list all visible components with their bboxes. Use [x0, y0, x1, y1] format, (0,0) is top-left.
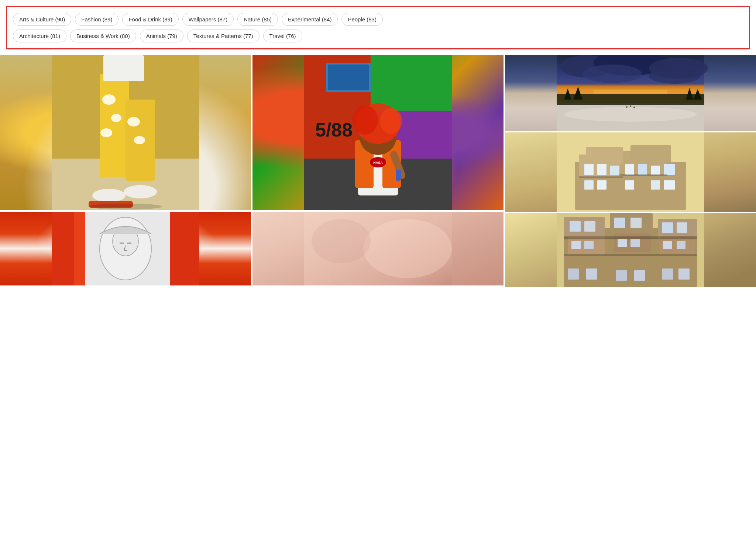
svg-rect-79 [664, 180, 675, 190]
svg-rect-69 [597, 164, 606, 175]
svg-point-13 [89, 204, 162, 209]
svg-point-6 [100, 128, 112, 137]
svg-point-4 [102, 94, 116, 105]
svg-rect-17 [74, 212, 85, 285]
svg-point-7 [127, 117, 140, 127]
svg-rect-16 [170, 212, 199, 285]
svg-rect-67 [630, 145, 671, 162]
photo-snow[interactable] [505, 55, 756, 131]
svg-rect-98 [618, 239, 627, 247]
svg-rect-78 [651, 180, 660, 190]
svg-text:NASA: NASA [373, 161, 383, 164]
svg-rect-74 [664, 164, 675, 175]
category-chip[interactable]: Nature (85) [237, 13, 278, 26]
category-chip[interactable]: Wallpapers (87) [182, 13, 234, 26]
filter-row-1: Arts & Culture (90)Fashion (89)Food & Dr… [13, 13, 743, 26]
category-chip[interactable]: Animals (79) [140, 30, 183, 42]
photo-building2[interactable] [505, 213, 756, 287]
svg-point-58 [564, 107, 697, 122]
svg-rect-101 [677, 241, 685, 249]
svg-point-36 [380, 108, 402, 134]
svg-rect-94 [662, 222, 673, 233]
svg-point-43 [312, 219, 371, 263]
svg-rect-95 [677, 222, 687, 233]
svg-rect-38 [396, 170, 401, 181]
svg-rect-106 [662, 268, 673, 280]
svg-rect-70 [610, 166, 619, 175]
photo-col-1 [0, 55, 251, 287]
svg-rect-72 [638, 164, 647, 175]
svg-rect-92 [614, 218, 625, 228]
svg-rect-99 [630, 239, 640, 247]
category-filter-section: Arts & Culture (90)Fashion (89)Food & Dr… [0, 6, 756, 49]
svg-point-49 [649, 67, 701, 84]
svg-rect-73 [651, 166, 660, 175]
svg-point-8 [134, 136, 145, 144]
category-chip[interactable]: Business & Work (80) [70, 30, 136, 42]
svg-rect-66 [586, 147, 623, 164]
svg-rect-107 [678, 268, 690, 280]
svg-point-42 [363, 219, 452, 278]
category-chip[interactable]: Travel (76) [263, 30, 302, 42]
category-chip[interactable]: Fashion (89) [75, 13, 118, 26]
svg-rect-2 [100, 74, 129, 177]
svg-rect-90 [570, 221, 581, 232]
svg-rect-97 [584, 241, 594, 249]
svg-rect-96 [571, 241, 581, 249]
svg-point-10 [92, 189, 126, 202]
svg-point-59 [626, 106, 628, 108]
category-chip[interactable]: Experimental (84) [282, 13, 338, 26]
svg-point-11 [124, 185, 157, 198]
svg-rect-103 [586, 268, 597, 280]
svg-rect-68 [584, 164, 594, 175]
photo-col-3 [505, 55, 756, 287]
svg-text:5/88: 5/88 [315, 119, 353, 141]
svg-rect-108 [564, 236, 697, 239]
svg-rect-102 [568, 268, 579, 280]
photo-mural[interactable] [0, 212, 251, 285]
svg-rect-109 [564, 254, 697, 256]
category-chip[interactable]: Textures & Patterns (77) [187, 30, 260, 42]
category-chip[interactable]: Architecture (81) [13, 30, 66, 42]
photo-skater[interactable] [0, 55, 251, 210]
svg-rect-28 [328, 65, 369, 90]
category-chip[interactable]: Arts & Culture (90) [13, 13, 71, 26]
photo-building[interactable] [505, 132, 756, 212]
photo-grid: 5/88 NASA [0, 55, 756, 288]
filter-row-2: Architecture (81)Business & Work (80)Ani… [13, 30, 743, 42]
svg-rect-75 [584, 180, 594, 190]
svg-rect-100 [663, 241, 672, 249]
svg-rect-81 [619, 174, 667, 176]
svg-rect-91 [584, 221, 595, 232]
svg-rect-71 [625, 164, 634, 175]
svg-rect-9 [103, 55, 144, 81]
svg-point-60 [630, 105, 631, 107]
svg-rect-77 [625, 180, 634, 190]
svg-rect-80 [579, 176, 623, 178]
category-chip[interactable]: Food & Drink (89) [122, 13, 178, 26]
category-filter-box: Arts & Culture (90)Fashion (89)Food & Dr… [6, 6, 750, 49]
svg-point-5 [111, 114, 121, 122]
svg-point-48 [583, 65, 642, 83]
svg-rect-93 [630, 218, 642, 228]
photo-pink[interactable] [252, 212, 504, 285]
svg-point-35 [352, 105, 378, 135]
photo-col-2: 5/88 NASA [252, 55, 504, 287]
svg-point-61 [633, 107, 635, 108]
svg-rect-76 [597, 180, 606, 190]
category-chip[interactable]: People (83) [341, 13, 383, 26]
svg-rect-104 [616, 270, 627, 281]
photo-graffiti[interactable]: 5/88 NASA [252, 55, 504, 210]
svg-rect-105 [634, 270, 645, 281]
